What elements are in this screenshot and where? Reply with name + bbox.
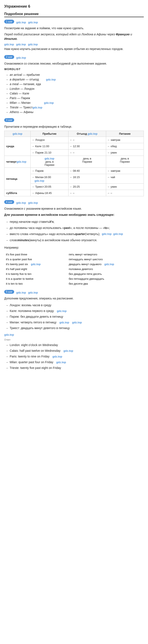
answer-4: Milan: quarter past four on Friday gdz.t… (6, 360, 144, 365)
watermark-15: gdz.top (16, 201, 26, 204)
page-title: Упражнение 6 (4, 4, 144, 9)
day-saturday: суббота (4, 190, 31, 196)
watermark-16: gdz.top (28, 201, 38, 204)
example-en-6: it is a quarter to twelve (4, 276, 67, 281)
watermark-18: gdz.top (113, 232, 123, 236)
thursday-meal: день вПариже (106, 156, 144, 168)
meal-paris-wed: ужин (106, 150, 144, 156)
watermark-20: gdz.top (104, 262, 114, 266)
table-header-departure: Отъезд gdz.top (68, 131, 106, 137)
watermark-26: gdz.top (4, 333, 144, 336)
rule-2: до половины часа надо использовать «past… (6, 225, 144, 231)
example-row: it is twenty five to ten без двадцати пя… (4, 272, 144, 276)
table-row: среда Лондон – завтрак (4, 137, 144, 143)
wordlist: WORDLIST an arrival — прибытие a departu… (4, 68, 144, 114)
step-2-label: 2 шаг (4, 55, 14, 59)
departure-athens: – (68, 190, 106, 196)
examples-title: Например: (4, 246, 144, 250)
list-item: Calais — Кале (6, 91, 144, 96)
watermark-27: gdz.top (63, 349, 73, 352)
table-header-0: gdz.top (4, 131, 31, 137)
example-en-1: it's five past three (4, 252, 67, 257)
list-item: Trieste — Триестgdz.top (6, 105, 144, 110)
watermark-19: gdz.top (31, 262, 41, 266)
ru-sentence-5: Триест: двадцать минут девятого в пятниц… (6, 325, 144, 331)
rule-1: перед началом надо ставить it's; (6, 219, 144, 225)
examples-table: it's five past three пять минут четверто… (4, 252, 144, 286)
watermark-21: gdz.top (16, 291, 26, 294)
rules-list: перед началом надо ставить it's; до поло… (4, 219, 144, 243)
step-1: 1 шаг gdz.top gdz.top Посмотрим на задан… (4, 20, 144, 51)
meal-paris-fri: завтрак (106, 168, 144, 174)
watermark-4: gdz.top (16, 43, 26, 46)
ru-sentence-2: Кале: половина первого в среду gdz.top (6, 308, 144, 314)
example-en-5: it is twenty five to ten (4, 272, 67, 276)
watermark-10: gdz.top (13, 132, 22, 135)
example-en-3: it's twenty past six gdz.top (4, 262, 67, 266)
step-2: 2 шаг gdz.top Ознакомимся со списком лек… (4, 55, 144, 114)
city-paris-fri: Париж (31, 168, 68, 174)
wordlist-title: WORDLIST (4, 68, 144, 71)
example-row: it is ten to two без десяти два (4, 281, 144, 286)
answers-list: London: eight o'clock on Wednesday Calai… (4, 342, 144, 371)
step-4-text: Ознакомимся с указанием времени в англий… (4, 206, 144, 211)
example-ru-7: без десяти два (67, 281, 144, 286)
meal-milan: чай (106, 174, 144, 184)
meal-london: завтрак (106, 137, 144, 143)
example-row: it is a quarter to twelve без пятнадцати… (4, 276, 144, 281)
day-friday: пятница (4, 168, 31, 190)
departure-trieste: 20:25 (68, 184, 106, 190)
example-ru-2: пятнадцать минут шестого (67, 257, 144, 262)
example-en-7: it is ten to two (4, 281, 67, 286)
departure-paris-fri: 08:40 (68, 168, 106, 174)
city-trieste: Триест 20:05 (31, 184, 68, 190)
watermark-7: gdz.top (46, 78, 56, 81)
city-calais: Кале 11:00 (31, 143, 68, 150)
answer-section: Ответ London: eight o'clock on Wednesday… (4, 338, 144, 371)
city-london: Лондон (31, 137, 68, 143)
meal-athens: – (106, 190, 144, 196)
table-row: суббота Афины 18:45 – – (4, 190, 144, 196)
step-3-text: Прочитаем и переведем информацию в табли… (4, 124, 144, 129)
list-item: a departure — отъезд gdz.top (6, 77, 144, 82)
watermark-11: gdz.top (87, 132, 98, 135)
watermark-14: gdz.top (34, 179, 44, 182)
list-item: Milan — Милан gdz.top (6, 100, 144, 105)
watermark-28: gdz.top (52, 355, 62, 358)
step-3-label: 3 шаг (4, 118, 14, 122)
table-header-meal: Питание (106, 131, 144, 137)
day-thursday: четвергgdz.top (4, 156, 31, 168)
watermark-1: gdz.top (16, 21, 26, 24)
city-athens: Афины 18:45 (31, 190, 68, 196)
watermark-2: gdz.top (28, 21, 38, 24)
list-item: Athens — Афины (6, 110, 144, 114)
step-1-text: Посмотрим на задание и поймем, что нам н… (4, 26, 144, 30)
step-4: 4 шаг gdz.top gdz.top Ознакомимся с указ… (4, 200, 144, 286)
ru-sentence-4: Милан: четверть пятого в пятницу gdz.top… (6, 320, 144, 325)
watermark-23: gdz.top (57, 310, 67, 312)
list-item: a meal — питание, еда (6, 82, 144, 86)
meal-calais: обед (106, 143, 144, 150)
example-en-2: it's a quarter past five (4, 257, 67, 262)
rule-3: вместо слова «пятнадцать» надо использов… (6, 231, 144, 237)
example-row: it's a quarter past five пятнадцать мину… (4, 257, 144, 262)
meal-trieste: ужин (106, 184, 144, 190)
answer-3: Paris: twenty to nine on Friday gdz.top (6, 354, 144, 360)
thursday-departure: день вПариже (68, 156, 106, 168)
example-ru-6: без пятнадцати двенадцать (67, 276, 144, 281)
departure-paris-wed: – (68, 150, 106, 156)
departure-london: – (68, 137, 106, 143)
thursday-arrival: gdz.top день вПариже (31, 156, 68, 168)
example-row: it's half past eight половина девятого (4, 266, 144, 272)
answer-label: Ответ (4, 338, 144, 341)
watermark-8: gdz.top (44, 101, 54, 104)
step-3: 3 шаг Прочитаем и переведем информацию в… (4, 118, 144, 196)
example-ru-5: без двадцати пяти десять (67, 272, 144, 276)
ru-sentence-1: Лондон: восемь часов в среду (6, 302, 144, 308)
watermark-9: gdz.top (32, 106, 42, 109)
answer-1: London: eight o'clock on Wednesday (6, 342, 144, 348)
step-1-text2: Нам нужно изучить расписание и написать … (4, 47, 144, 51)
watermark-29: gdz.top (56, 361, 66, 364)
ru-sentence-3: Париж: без двадцати девять в пятницу (6, 314, 144, 320)
day-wednesday: среда (4, 137, 31, 156)
